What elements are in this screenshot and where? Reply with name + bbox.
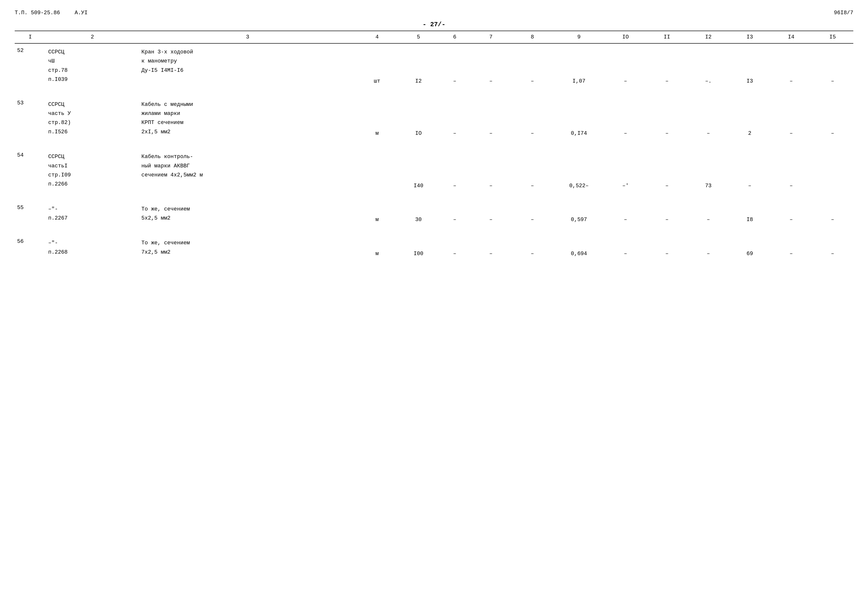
cell-6: – xyxy=(439,148,470,193)
header-left: Т.П. 509-25.86 А.УI xyxy=(15,10,88,16)
cell-8: – xyxy=(512,44,553,88)
unit xyxy=(356,148,398,193)
cell-9: 0,I74 xyxy=(553,96,605,141)
cell-15: – xyxy=(812,201,853,227)
cell-15 xyxy=(812,148,853,193)
cell-8: – xyxy=(512,96,553,141)
cell-14: – xyxy=(770,235,812,261)
cell-9: 0,694 xyxy=(553,235,605,261)
row-number: 52 xyxy=(15,44,46,88)
spacer-row xyxy=(15,88,853,96)
cell-5: I40 xyxy=(398,148,439,193)
unit: м xyxy=(356,201,398,227)
cell-6: – xyxy=(439,235,470,261)
col-header-15: I5 xyxy=(812,31,853,44)
cell-12: – xyxy=(688,96,729,141)
source-ref: ССРСЦ частьI стр.I09 п.2266 xyxy=(46,148,139,193)
table-row: 52ССРСЦ чШ стр.78 п.I039Кран 3-х ходовой… xyxy=(15,44,853,88)
cell-14: – xyxy=(770,201,812,227)
cell-13: I8 xyxy=(729,201,770,227)
col-header-12: I2 xyxy=(688,31,729,44)
col-header-5: 5 xyxy=(398,31,439,44)
col-header-1: I xyxy=(15,31,46,44)
spacer-row xyxy=(15,227,853,235)
spacer-row xyxy=(15,261,853,269)
cell-12: – xyxy=(688,201,729,227)
cell-12: –. xyxy=(688,44,729,88)
spacer-row xyxy=(15,140,853,148)
cell-14: – xyxy=(770,96,812,141)
cell-6: – xyxy=(439,201,470,227)
col-header-14: I4 xyxy=(770,31,812,44)
main-table: I 2 3 4 5 6 7 8 9 IO II I2 I3 I4 I5 52СС… xyxy=(15,31,853,269)
cell-11: – xyxy=(646,148,688,193)
description: Кабель контроль- ный марки АКВВГ сечение… xyxy=(139,148,356,193)
cell-8: – xyxy=(512,235,553,261)
left-section: А.УI xyxy=(75,10,88,16)
right-code: 96I8/7 xyxy=(834,10,853,16)
page-number: - 27/- xyxy=(15,21,853,28)
cell-9: 0,597 xyxy=(553,201,605,227)
header: Т.П. 509-25.86 А.УI 96I8/7 - 27/- xyxy=(15,10,853,28)
col-header-8: 8 xyxy=(512,31,553,44)
cell-5: I00 xyxy=(398,235,439,261)
cell-9: I,07 xyxy=(553,44,605,88)
cell-10: –' xyxy=(605,148,646,193)
table-row: 55–"- п.2267То же, сечением 5х2,5 мм2м30… xyxy=(15,201,853,227)
source-ref: ССРСЦ чШ стр.78 п.I039 xyxy=(46,44,139,88)
cell-7: – xyxy=(470,148,512,193)
table-row: 54ССРСЦ частьI стр.I09 п.2266Кабель конт… xyxy=(15,148,853,193)
cell-15: – xyxy=(812,235,853,261)
cell-6: – xyxy=(439,44,470,88)
cell-11: – xyxy=(646,201,688,227)
cell-5: 30 xyxy=(398,201,439,227)
description: Кабель с медными жилами марки КРПТ сечен… xyxy=(139,96,356,141)
header-top: Т.П. 509-25.86 А.УI 96I8/7 xyxy=(15,10,853,16)
description: То же, сечением 5х2,5 мм2 xyxy=(139,201,356,227)
unit: шт xyxy=(356,44,398,88)
cell-12: – xyxy=(688,235,729,261)
cell-10: – xyxy=(605,235,646,261)
row-number: 56 xyxy=(15,235,46,261)
description: То же, сечением 7х2,5 мм2 xyxy=(139,235,356,261)
col-header-6: 6 xyxy=(439,31,470,44)
col-header-2: 2 xyxy=(46,31,139,44)
cell-13: 2 xyxy=(729,96,770,141)
col-header-11: II xyxy=(646,31,688,44)
cell-6: – xyxy=(439,96,470,141)
row-number: 53 xyxy=(15,96,46,141)
cell-5: IO xyxy=(398,96,439,141)
cell-13: – xyxy=(729,148,770,193)
cell-7: – xyxy=(470,96,512,141)
cell-7: – xyxy=(470,44,512,88)
unit: м xyxy=(356,96,398,141)
source-ref: –"- п.2268 xyxy=(46,235,139,261)
cell-10: – xyxy=(605,44,646,88)
cell-13: I3 xyxy=(729,44,770,88)
table-row: 53ССРСЦ часть У стр.82) п.I526Кабель с м… xyxy=(15,96,853,141)
cell-8: – xyxy=(512,148,553,193)
cell-10: – xyxy=(605,96,646,141)
col-header-10: IO xyxy=(605,31,646,44)
col-header-3: 3 xyxy=(139,31,356,44)
cell-15: – xyxy=(812,44,853,88)
cell-10: – xyxy=(605,201,646,227)
cell-7: – xyxy=(470,235,512,261)
left-code: Т.П. 509-25.86 xyxy=(15,10,60,16)
source-ref: ССРСЦ часть У стр.82) п.I526 xyxy=(46,96,139,141)
col-header-9: 9 xyxy=(553,31,605,44)
col-header-4: 4 xyxy=(356,31,398,44)
cell-15: – xyxy=(812,96,853,141)
col-header-7: 7 xyxy=(470,31,512,44)
col-header-13: I3 xyxy=(729,31,770,44)
table-row: 56–"- п.2268То же, сечением 7х2,5 мм2мI0… xyxy=(15,235,853,261)
cell-11: – xyxy=(646,235,688,261)
cell-11: – xyxy=(646,96,688,141)
cell-12: 73 xyxy=(688,148,729,193)
description: Кран 3-х ходовой к манометру Ду-I5 I4МI-… xyxy=(139,44,356,88)
cell-14: – xyxy=(770,44,812,88)
cell-9: 0,522– xyxy=(553,148,605,193)
cell-11: – xyxy=(646,44,688,88)
cell-5: I2 xyxy=(398,44,439,88)
cell-7: – xyxy=(470,201,512,227)
